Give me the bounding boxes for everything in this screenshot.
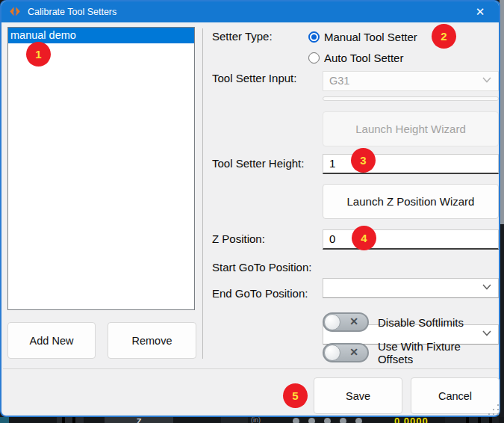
launch-height-wizard-button[interactable]: Launch Height Wizard [323, 111, 499, 146]
window-title: Calibrate Tool Setters [28, 7, 116, 17]
radio-selected-icon [308, 31, 320, 43]
tick-mark [489, 417, 492, 423]
tool-setter-input-select[interactable]: G31 [323, 71, 499, 91]
radio-auto-label: Auto Tool Setter [324, 52, 403, 64]
tick-mark [478, 417, 481, 423]
calibrate-tool-setters-dialog: Calibrate Tool Setters ✕ manual demo Add… [0, 0, 500, 417]
tick-mark [62, 417, 65, 423]
annotation-badge-2: 2 [432, 24, 456, 49]
title-bar: Calibrate Tool Setters ✕ [1, 1, 499, 22]
chevron-down-icon [482, 77, 491, 83]
tool-setter-list[interactable]: manual demo [7, 27, 195, 310]
background-teal-block [0, 417, 9, 423]
use-with-fixture-offsets-label: Use With Fixture Offsets [378, 340, 499, 365]
use-with-fixture-offsets-row: ✕ Use With Fixture Offsets [323, 340, 499, 365]
radio-manual-tool-setter[interactable]: Manual Tool Setter [308, 30, 417, 43]
tool-setter-height-label: Tool Setter Height: [212, 157, 304, 170]
background-app-bottom-strip: Z (in) 0.0000 [0, 417, 504, 423]
background-right-ticks [445, 417, 499, 423]
radio-auto-tool-setter[interactable]: Auto Tool Setter [308, 51, 403, 64]
annotation-badge-1: 1 [26, 42, 51, 67]
status-dot [308, 418, 315, 423]
radio-manual-label: Manual Tool Setter [324, 31, 417, 43]
toggle-off-x-icon: ✕ [349, 315, 358, 327]
close-icon[interactable]: ✕ [467, 1, 493, 22]
status-dot [340, 418, 346, 423]
remove-button[interactable]: Remove [108, 322, 196, 359]
annotation-badge-5: 5 [283, 383, 308, 408]
tool-setter-input-label: Tool Setter Input: [212, 72, 296, 85]
chevron-down-icon [482, 284, 491, 290]
z-axis-label: Z [105, 417, 173, 423]
background-tick-box [57, 417, 84, 423]
toggle-knob [324, 314, 340, 330]
setter-type-label: Setter Type: [212, 30, 273, 43]
add-new-button[interactable]: Add New [7, 322, 96, 359]
status-dot [293, 418, 299, 423]
chevron-down-icon [482, 330, 491, 336]
start-goto-label: Start GoTo Position: [212, 261, 311, 274]
launch-z-position-wizard-button[interactable]: Launch Z Position Wizard [323, 184, 499, 219]
tool-setter-input-value: G31 [329, 75, 349, 87]
toggle-off-x-icon: ✕ [349, 346, 358, 358]
disable-softlimits-label: Disable Softlimits [378, 316, 464, 329]
vertical-divider [202, 28, 203, 359]
list-item-selected[interactable]: manual demo [8, 28, 194, 43]
tool-setter-height-input[interactable]: 1 [323, 154, 499, 174]
units-label: (in) [251, 417, 261, 423]
z-position-label: Z Position: [212, 232, 265, 246]
status-dot [355, 418, 362, 423]
end-goto-label: End GoTo Position: [212, 287, 308, 300]
z-position-input[interactable]: 0 [323, 229, 499, 250]
tick-mark [466, 417, 469, 423]
start-goto-position-select[interactable] [323, 278, 499, 298]
status-dot [324, 418, 331, 423]
background-block [221, 417, 248, 423]
tick-mark [72, 417, 75, 423]
annotation-badge-3: 3 [351, 148, 376, 173]
annotation-badge-4: 4 [352, 226, 376, 250]
disable-softlimits-toggle[interactable]: ✕ [323, 312, 369, 332]
height-wizard-progressbar [323, 96, 499, 101]
radio-unselected-icon [308, 52, 320, 64]
toggle-knob [324, 345, 340, 361]
use-with-fixture-offsets-toggle[interactable]: ✕ [323, 343, 369, 362]
resize-grip-icon[interactable] [487, 404, 500, 416]
save-button[interactable]: Save [314, 377, 402, 414]
disable-softlimits-row: ✕ Disable Softlimits [323, 312, 464, 332]
screen: Z (in) 0.0000 Calibrate Tool Setters [0, 0, 504, 423]
app-logo-icon [8, 5, 22, 19]
dro-readout: 0.0000 [394, 417, 429, 423]
footer-divider [3, 368, 499, 369]
